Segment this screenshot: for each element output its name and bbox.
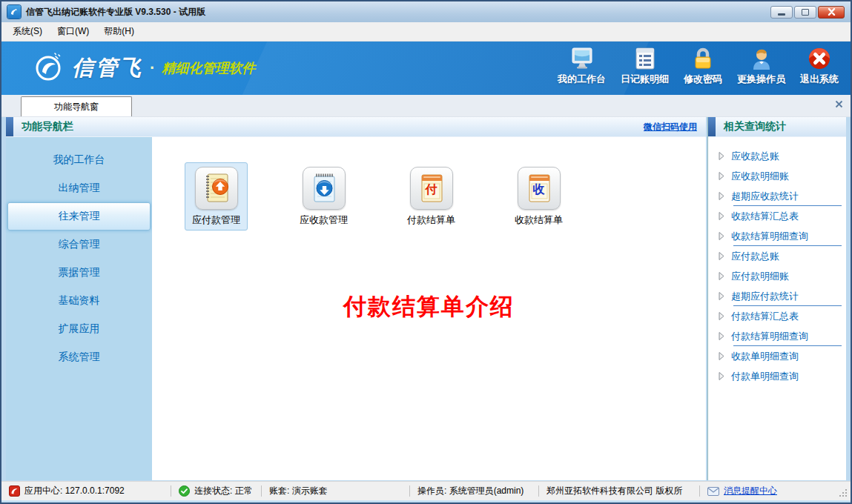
- query-item-payable-ledger[interactable]: 应付款总账: [708, 246, 846, 266]
- message-center-link[interactable]: 消息提醒中心: [724, 485, 777, 497]
- resize-grip[interactable]: [839, 488, 848, 498]
- query-item-overdue-payable-stats[interactable]: 超期应付款统计: [708, 286, 846, 306]
- function-nav-sidebar: 我的工作台 出纳管理 往来管理 综合管理 票据管理 基础资料 扩展应用 系统管理: [6, 137, 152, 480]
- menubar: 系统(S) 窗口(W) 帮助(H): [1, 22, 851, 42]
- triangle-bullet-icon: [719, 332, 724, 340]
- tab-function-nav[interactable]: 功能导航窗: [21, 96, 132, 116]
- lock-icon: [693, 45, 713, 70]
- titlebar: 信管飞出纳记账软件专业版 V9.3.530 - 试用版: [1, 1, 851, 22]
- query-item-receivable-detail[interactable]: 应收款明细账: [708, 166, 846, 186]
- query-item-payment-doc-detail[interactable]: 付款单明细查询: [708, 366, 846, 386]
- query-item-payment-settle-detail[interactable]: 付款结算明细查询: [708, 326, 846, 346]
- triangle-bullet-icon: [719, 212, 724, 220]
- status-operator: 操作员: 系统管理员(admin): [410, 485, 538, 497]
- tabstrip: 功能导航窗: [1, 95, 851, 117]
- brand-slogan: 精细化管理软件: [162, 59, 255, 77]
- query-item-overdue-receivable-stats[interactable]: 超期应收款统计: [708, 186, 846, 206]
- intro-headline: 付款结算单介绍: [152, 291, 706, 322]
- sidebar-item-cashier-mgmt[interactable]: 出纳管理: [7, 174, 151, 202]
- brand: 信管飞 · 精细化管理软件: [33, 50, 255, 86]
- monitor-icon: [570, 45, 594, 70]
- wechat-scan-link[interactable]: 微信扫码使用: [644, 121, 697, 133]
- brand-name: 信管飞: [72, 53, 143, 83]
- journal-icon: [634, 45, 656, 70]
- header-accent-bar: [6, 117, 13, 136]
- query-item-receipt-doc-detail[interactable]: 收款单明细查询: [708, 346, 846, 366]
- query-panel-title: 相关查询统计: [724, 120, 786, 133]
- query-list: 应收款总账 应收款明细账 超期应收款统计 收款结算汇总表 收款结算明细查询 应付…: [708, 137, 846, 480]
- toolbar-change-password[interactable]: 修改密码: [684, 45, 722, 86]
- module-payment-settlement[interactable]: 付 付款结算单: [377, 162, 485, 231]
- toolbar-journal-detail[interactable]: 日记账明细: [621, 45, 669, 86]
- module-receivable-mgmt[interactable]: 应收款管理: [270, 162, 377, 231]
- menu-system[interactable]: 系统(S): [6, 23, 49, 40]
- status-connection: 连接状态: 正常: [171, 485, 261, 497]
- sidebar-item-basic-data[interactable]: 基础资料: [7, 287, 151, 315]
- window-controls: [770, 6, 845, 19]
- query-item-receipt-settle-detail[interactable]: 收款结算明细查询: [708, 226, 846, 246]
- menu-help[interactable]: 帮助(H): [97, 23, 141, 40]
- header-accent-bar: [708, 117, 716, 136]
- banner: 信管飞 · 精细化管理软件 我的工作台: [1, 42, 851, 95]
- panels: 功能导航栏 微信扫码使用 我的工作台 出纳管理 往来管理 综合管理 票据管理 基…: [6, 117, 846, 480]
- status-app-center: 应用中心: 127.0.0.1:7092: [1, 485, 171, 497]
- query-item-receipt-settle-summary[interactable]: 收款结算汇总表: [708, 206, 846, 226]
- brand-separator: ·: [150, 59, 155, 78]
- window-title: 信管飞出纳记账软件专业版 V9.3.530 - 试用版: [26, 6, 205, 19]
- toolbar-exit-system[interactable]: 退出系统: [800, 45, 839, 86]
- statusbar: 应用中心: 127.0.0.1:7092 连接状态: 正常 账套: 演示账套 操…: [1, 481, 851, 500]
- triangle-bullet-icon: [719, 292, 724, 300]
- query-panel: 相关查询统计 应收款总账 应收款明细账 超期应收款统计 收款结算汇总表 收款结算…: [707, 117, 846, 480]
- sidebar-item-bill-mgmt[interactable]: 票据管理: [7, 259, 151, 287]
- envelope-icon: [707, 487, 719, 496]
- sidebar-item-system-mgmt[interactable]: 系统管理: [7, 343, 151, 371]
- banner-toolbar: 我的工作台 日记账明细: [558, 45, 839, 91]
- app-window: 信管飞出纳记账软件专业版 V9.3.530 - 试用版 系统(S) 窗口(W) …: [0, 0, 852, 504]
- close-icon[interactable]: [818, 6, 845, 19]
- module-label: 收款结算单: [515, 213, 563, 227]
- triangle-bullet-icon: [719, 232, 724, 240]
- triangle-bullet-icon: [719, 372, 724, 380]
- module-receipt-settlement[interactable]: 收 收款结算单: [485, 162, 592, 231]
- nav-main-group: 功能导航栏 微信扫码使用 我的工作台 出纳管理 往来管理 综合管理 票据管理 基…: [6, 117, 706, 480]
- receipt-doc-icon[interactable]: 收: [518, 167, 561, 210]
- payment-doc-icon[interactable]: 付: [410, 167, 453, 210]
- sidebar-item-contact-mgmt[interactable]: 往来管理: [7, 202, 151, 231]
- tab-close-icon[interactable]: [835, 100, 843, 108]
- status-message-center: 消息提醒中心: [700, 485, 851, 497]
- sidebar-item-my-workspace[interactable]: 我的工作台: [7, 146, 151, 174]
- toolbar-my-workspace[interactable]: 我的工作台: [558, 45, 606, 86]
- triangle-bullet-icon: [719, 272, 724, 280]
- query-item-payment-settle-summary[interactable]: 付款结算汇总表: [708, 306, 846, 326]
- nav-panel-header: 功能导航栏 微信扫码使用: [6, 117, 706, 137]
- sidebar-item-extended-apps[interactable]: 扩展应用: [7, 315, 151, 343]
- module-label: 应付款管理: [192, 213, 240, 227]
- toolbar-switch-operator[interactable]: 更换操作员: [737, 45, 785, 86]
- triangle-bullet-icon: [719, 312, 724, 320]
- menu-window[interactable]: 窗口(W): [50, 23, 96, 40]
- window-frame-bottom: [1, 500, 851, 504]
- triangle-bullet-icon: [719, 252, 724, 260]
- triangle-bullet-icon: [719, 152, 724, 160]
- module-payable-mgmt[interactable]: 应付款管理: [162, 162, 270, 231]
- user-icon: [750, 45, 773, 70]
- restore-icon[interactable]: [794, 6, 816, 19]
- nav-panel-title: 功能导航栏: [22, 120, 73, 133]
- sidebar-item-comprehensive-mgmt[interactable]: 综合管理: [7, 231, 151, 259]
- app-center-logo-icon: [9, 485, 20, 497]
- query-item-payable-detail[interactable]: 应付款明细账: [708, 266, 846, 286]
- exit-icon: [808, 45, 831, 70]
- brand-logo-icon: [33, 50, 65, 86]
- app-logo-icon: [7, 5, 21, 19]
- minimize-icon[interactable]: [770, 6, 793, 19]
- connection-ok-icon: [179, 485, 190, 497]
- receivable-notebook-icon[interactable]: [303, 167, 346, 210]
- module-grid: 应付款管理: [152, 137, 706, 231]
- query-item-receivable-ledger[interactable]: 应收款总账: [708, 146, 846, 166]
- payable-notebook-icon[interactable]: [195, 167, 238, 210]
- triangle-bullet-icon: [719, 352, 724, 360]
- query-panel-header: 相关查询统计: [708, 117, 846, 137]
- workspace: 功能导航窗 功能导航栏 微信扫码使用 我的工作台 出纳管理 往来管理: [1, 95, 851, 481]
- status-account-set: 账套: 演示账套: [262, 485, 409, 497]
- triangle-bullet-icon: [719, 172, 724, 180]
